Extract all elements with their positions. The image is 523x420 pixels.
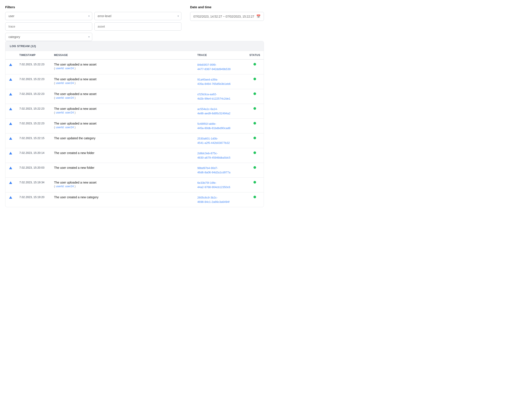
filters-title: Filters [5,5,181,9]
row-timestamp: 7.02.2023, 15:19:34 [16,178,50,193]
row-trace-link[interactable]: 5c66f91f-ab8e-445a-80db-81bdbd90cad8 [197,122,230,130]
arrow-up-icon [9,167,12,169]
row-trace-link[interactable]: 2605c6c9-3b2c-4698-84c1-2a66c3a6494f [197,196,229,203]
user-filter-select[interactable]: user [5,12,92,20]
table-row: 7.02.2023, 15:20:14The user created a ne… [5,148,264,163]
row-arrow-cell [5,163,16,178]
log-stream-title: LOG STREAM (12) [10,44,36,48]
row-trace-link[interactable]: 91a40aed-a39a-435a-8464-765d5b3b1eb6 [197,78,230,85]
arrow-up-icon [9,152,12,154]
row-message-sub: ( userId: user24 ) [54,67,190,70]
row-message-main: The user uploaded a new asset [54,181,190,184]
row-message: The user created a new category [50,193,194,207]
row-status [246,133,264,148]
status-dot [253,63,256,65]
row-arrow-cell [5,104,16,119]
row-trace[interactable]: 84b93f37-95f9-4477-8367-942dd949b539 [194,59,246,74]
row-trace-link[interactable]: 2d8dc3eb-875c-4830-a679-45948dba5dc5 [197,152,230,159]
table-row: 7.02.2023, 15:22:23The user uploaded a n… [5,89,264,104]
row-user-id-label: userId: [56,185,65,188]
table-row: 7.02.2023, 15:22:23The user uploaded a n… [5,74,264,89]
row-message: The user uploaded a new asset( userId: u… [50,74,194,89]
row-timestamp: 7.02.2023, 15:20:14 [16,148,50,163]
status-dot [253,122,256,125]
row-status [246,104,264,119]
table-row: 7.02.2023, 15:19:34The user uploaded a n… [5,178,264,193]
log-section: LOG STREAM (12) TIMESTAMP MESSAGE TRACE … [5,41,264,207]
row-trace[interactable]: 5c66f91f-ab8e-445a-80db-81bdbd90cad8 [194,119,246,133]
status-dot [253,151,256,154]
row-message-main: The user created a new folder [54,166,190,170]
row-message-main: The user created a new folder [54,151,190,155]
row-user-id-label: userId: [56,126,65,129]
row-trace[interactable]: 2d8dc3eb-875c-4830-a679-45948dba5dc5 [194,148,246,163]
row-message-main: The user uploaded a new asset [54,107,190,110]
row-user-id-value: user24 [65,111,74,114]
error-level-filter-wrap: error-level ▾ [94,12,181,20]
row-status [246,74,264,89]
th-icon [5,51,16,59]
error-level-filter-select[interactable]: error-level [94,12,181,20]
row-timestamp: 7.02.2023, 15:22:23 [16,89,50,104]
row-user-id-value: user24 [65,96,74,99]
row-message: The user created a new folder [50,163,194,178]
table-row: 7.02.2023, 15:22:23The user uploaded a n… [5,59,264,74]
row-trace[interactable]: 2530a601-1d0b-4541-a2f5-442b03877b32 [194,133,246,148]
row-trace-link[interactable]: ac554a1c-6a14-4e86-aed9-8d95c52494a2 [197,107,230,115]
status-dot [253,196,256,198]
row-user-id-label: userId: [56,111,65,114]
row-trace[interactable]: cf15b3ca-aa92-4d2b-99e4-b122574c2de1 [194,89,246,104]
filters-row-3: category ▾ [5,33,93,41]
row-user-id-value: user24 [65,67,74,70]
row-trace-link[interactable]: 2530a601-1d0b-4541-a2f5-442b03877b32 [197,137,230,145]
row-message: The user uploaded a new asset( userId: u… [50,119,194,133]
row-status [246,148,264,163]
filters-left: Filters user ▾ error-level ▾ [5,5,181,41]
date-value: 07/02/2023, 14:52:27 ~ 07/02/2023, 15:22… [193,15,254,18]
row-message-sub: ( userId: user24 ) [54,185,190,188]
row-trace-link[interactable]: cf15b3ca-aa92-4d2b-99e4-b122574c2de1 [197,93,230,100]
asset-filter-input[interactable] [94,22,181,31]
status-dot [253,166,256,169]
arrow-up-icon [9,122,12,125]
table-row: 7.02.2023, 15:22:23The user uploaded a n… [5,119,264,133]
row-timestamp: 7.02.2023, 15:22:15 [16,133,50,148]
row-timestamp: 7.02.2023, 15:22:23 [16,74,50,89]
row-timestamp: 7.02.2023, 15:22:23 [16,104,50,119]
date-section: Date and time 07/02/2023, 14:52:27 ~ 07/… [190,5,264,21]
category-filter-select[interactable]: category [5,33,92,41]
table-row: 7.02.2023, 15:22:15The user updated the … [5,133,264,148]
row-timestamp: 7.02.2023, 15:19:20 [16,193,50,207]
row-status [246,178,264,193]
row-timestamp: 7.02.2023, 15:20:03 [16,163,50,178]
arrow-up-icon [9,108,12,110]
row-trace[interactable]: 6e33b75f-16fe-44a2-9768-904cb12350c6 [194,178,246,193]
row-message: The user created a new folder [50,148,194,163]
row-user-id-value: user24 [65,185,74,188]
log-table: TIMESTAMP MESSAGE TRACE STATUS 7.02.2023… [5,51,264,207]
row-user-id-value: user24 [65,126,74,129]
row-trace[interactable]: 98bd97b4-90d7-46d6-8a06-94d2a1cd977a [194,163,246,178]
filters-row-2 [5,22,181,31]
row-message-main: The user updated the category [54,137,190,140]
arrow-up-icon [9,78,12,81]
row-trace-link[interactable]: 84b93f37-95f9-4477-8367-942dd949b539 [197,63,230,71]
row-arrow-cell [5,148,16,163]
row-trace[interactable]: 2605c6c9-3b2c-4698-84c1-2a66c3a6494f [194,193,246,207]
row-message: The user updated the category [50,133,194,148]
date-input-wrap[interactable]: 07/02/2023, 14:52:27 ~ 07/02/2023, 15:22… [190,12,264,21]
row-arrow-cell [5,193,16,207]
row-trace-link[interactable]: 98bd97b4-90d7-46d6-8a06-94d2a1cd977a [197,166,230,174]
row-arrow-cell [5,74,16,89]
row-trace-link[interactable]: 6e33b75f-16fe-44a2-9768-904cb12350c6 [197,181,230,189]
arrow-up-icon [9,196,12,199]
top-row: Filters user ▾ error-level ▾ [5,5,264,41]
trace-filter-input[interactable] [5,22,92,31]
row-message-main: The user created a new category [54,195,190,199]
arrow-up-icon [9,137,12,140]
asset-filter-wrap [94,22,181,31]
calendar-icon[interactable]: 📅 [256,14,261,18]
row-trace[interactable]: 91a40aed-a39a-435a-8464-765d5b3b1eb6 [194,74,246,89]
table-row: 7.02.2023, 15:20:03The user created a ne… [5,163,264,178]
row-trace[interactable]: ac554a1c-6a14-4e86-aed9-8d95c52494a2 [194,104,246,119]
